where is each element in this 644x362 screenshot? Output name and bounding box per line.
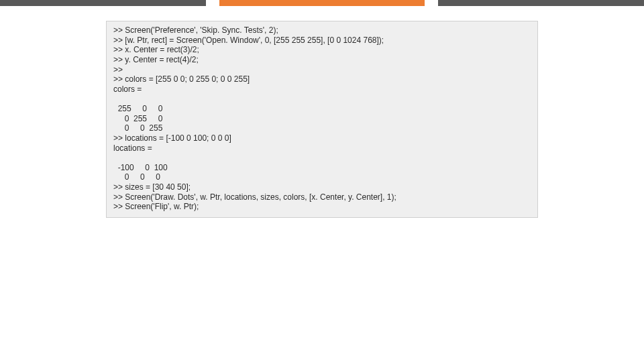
content-stage: >> Screen('Preference', 'Skip. Sync. Tes… [0,6,644,218]
code-line: 255 0 0 [113,104,162,113]
code-line: >> Screen('Draw. Dots', w. Ptr, location… [113,192,396,202]
code-line: >> locations = [-100 0 100; 0 0 0] [113,133,231,143]
code-line: locations = [113,143,152,153]
header-bars [0,0,644,6]
code-block: >> Screen('Preference', 'Skip. Sync. Tes… [106,21,538,218]
code-line: >> sizes = [30 40 50]; [113,182,191,192]
code-line: >> y. Center = rect(4)/2; [113,55,199,64]
code-line: >> Screen('Preference', 'Skip. Sync. Tes… [113,25,278,35]
bar-mid [219,0,425,6]
bar-right [438,0,644,6]
code-line: 0 0 0 [113,172,160,182]
code-line: >> [w. Ptr, rect] = Screen('Open. Window… [113,36,384,45]
code-line: -100 0 100 [113,163,168,172]
code-line: colors = [113,84,142,94]
code-line: >> x. Center = rect(3)/2; [113,45,199,54]
code-line: >> colors = [255 0 0; 0 255 0; 0 0 255] [113,74,250,84]
code-line: 0 0 255 [113,123,162,133]
bar-left [0,0,206,6]
bar-gap [206,0,219,6]
code-line: 0 255 0 [113,114,162,123]
code-line: >> [113,65,123,74]
code-line: >> Screen('Flip', w. Ptr); [113,202,199,211]
bar-gap [425,0,438,6]
